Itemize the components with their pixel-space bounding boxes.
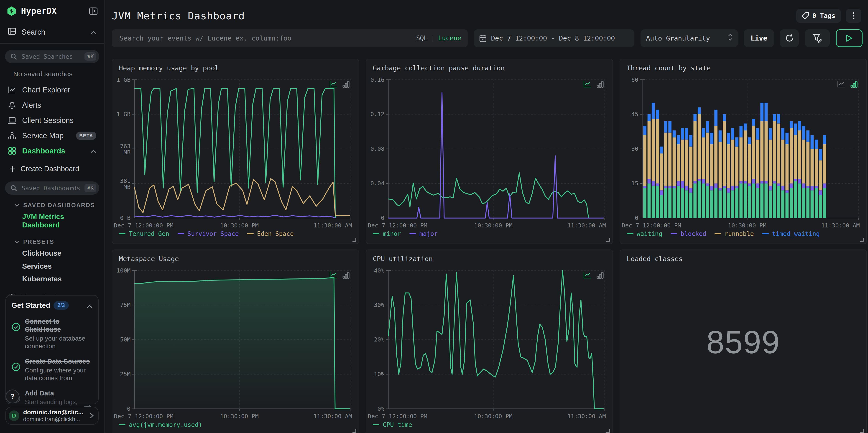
metaspace-chart[interactable]: 100M75M50M25M0Dec 7 12:00:00 PM10:30:00 … bbox=[112, 267, 359, 419]
svg-text:20%: 20% bbox=[374, 336, 384, 343]
search-icon bbox=[10, 53, 17, 60]
bar-chart-toggle-icon[interactable] bbox=[342, 80, 350, 88]
legend-item[interactable]: runnable bbox=[715, 230, 754, 237]
resize-handle[interactable] bbox=[860, 238, 864, 242]
cpu-chart[interactable]: 40%30%20%10%0%Dec 7 12:00:00 PM10:30:00 … bbox=[366, 267, 613, 419]
sql-toggle[interactable]: SQL bbox=[416, 34, 428, 42]
sidebar-item-dashboards[interactable]: Dashboards bbox=[0, 144, 104, 159]
sidebar-item-search[interactable]: Search bbox=[0, 23, 104, 44]
panel-menu-button[interactable] bbox=[846, 9, 861, 23]
svg-text:30: 30 bbox=[631, 145, 639, 152]
granularity-select[interactable]: Auto Granularity bbox=[641, 29, 738, 47]
get-started-card: Get Started 2/3 Connect to ClickHouse Se… bbox=[5, 295, 98, 404]
resize-handle[interactable] bbox=[607, 429, 610, 433]
legend-item[interactable]: blocked bbox=[671, 230, 706, 237]
create-dashboard-button[interactable]: Create Dashboard bbox=[0, 159, 104, 175]
line-chart-toggle-icon[interactable] bbox=[583, 80, 591, 88]
svg-text:Dec 7 12:00:00 PM: Dec 7 12:00:00 PM bbox=[368, 222, 427, 228]
get-started-step-2[interactable]: Create Data Sources Configure where your… bbox=[11, 358, 93, 382]
legend-item[interactable]: minor bbox=[373, 230, 401, 237]
svg-text:Dec 7 12:00:00 PM: Dec 7 12:00:00 PM bbox=[114, 222, 173, 228]
line-chart-toggle-icon[interactable] bbox=[837, 80, 845, 88]
svg-text:Dec 7 12:00:00 PM: Dec 7 12:00:00 PM bbox=[114, 413, 173, 419]
legend-item[interactable]: Survivor Space bbox=[178, 230, 239, 237]
granularity-value: Auto Granularity bbox=[646, 34, 710, 42]
search-section-icon bbox=[8, 27, 16, 37]
chevron-up-icon[interactable] bbox=[90, 28, 97, 36]
bar-chart-toggle-icon[interactable] bbox=[596, 80, 604, 88]
check-circle-icon bbox=[11, 358, 21, 382]
panel-cpu: CPU utilization 40%30%20%10%0%Dec 7 12:0… bbox=[366, 249, 613, 433]
chevron-up-icon[interactable] bbox=[87, 301, 93, 311]
bell-icon bbox=[8, 101, 17, 109]
play-button[interactable] bbox=[836, 29, 863, 47]
get-started-step-1[interactable]: Connect to ClickHouse Set up your databa… bbox=[11, 317, 93, 350]
bar-chart-toggle-icon[interactable] bbox=[850, 80, 858, 88]
resize-handle[interactable] bbox=[352, 429, 356, 433]
live-button[interactable]: Live bbox=[744, 29, 774, 47]
panel-metaspace: Metaspace Usage 100M75M50M25M0Dec 7 12:0… bbox=[112, 249, 359, 433]
resize-handle[interactable] bbox=[860, 429, 864, 433]
date-range-picker[interactable]: Dec 7 12:00:00 - Dec 8 12:00:00 bbox=[474, 29, 634, 47]
date-range-value: Dec 7 12:00:00 - Dec 8 12:00:00 bbox=[491, 34, 615, 42]
svg-text:1 GB: 1 GB bbox=[117, 111, 130, 118]
sidebar-item-client-sessions[interactable]: Client Sessions bbox=[0, 113, 104, 128]
sidebar-item-jvm-dashboard[interactable]: JVM Metrics Dashboard bbox=[0, 210, 104, 231]
gc-pause-chart[interactable]: 0.160.120.080.040Dec 7 12:00:00 PM10:30:… bbox=[366, 76, 613, 228]
chevron-right-icon bbox=[90, 411, 94, 421]
sidebar-item-alerts[interactable]: Alerts bbox=[0, 97, 104, 113]
legend-item[interactable]: avg(jvm.memory.used) bbox=[119, 421, 202, 428]
sidebar-collapse-icon[interactable] bbox=[89, 7, 97, 15]
help-button[interactable]: ? bbox=[5, 390, 19, 403]
saved-dashboards-field[interactable] bbox=[21, 184, 81, 192]
legend-item[interactable]: waiting bbox=[627, 230, 662, 237]
legend-swatch bbox=[119, 233, 125, 234]
legend-swatch bbox=[671, 233, 677, 234]
legend-item[interactable]: major bbox=[409, 230, 438, 237]
resize-handle[interactable] bbox=[607, 238, 610, 242]
svg-text:11:30:00 AM: 11:30:00 AM bbox=[567, 413, 606, 419]
help-label: ? bbox=[10, 392, 14, 401]
search-icon bbox=[10, 185, 17, 191]
saved-dashboards-input[interactable]: ⌘K bbox=[5, 181, 99, 195]
heap-memory-chart[interactable]: 1 GB1 GB763MB381MB0 BDec 7 12:00:00 PM10… bbox=[112, 76, 359, 228]
refresh-button[interactable] bbox=[780, 29, 799, 47]
svg-text:45: 45 bbox=[631, 111, 639, 118]
panel-title: Metaspace Usage bbox=[119, 255, 179, 263]
legend-item[interactable]: Tenured Gen bbox=[119, 230, 169, 237]
sidebar-item-chart-explorer[interactable]: Chart Explorer bbox=[0, 82, 104, 97]
bar-chart-toggle-icon[interactable] bbox=[342, 271, 350, 279]
bar-chart-toggle-icon[interactable] bbox=[596, 271, 604, 279]
tags-label: 0 Tags bbox=[812, 12, 835, 20]
event-search-input[interactable] bbox=[118, 34, 412, 42]
legend-item[interactable]: Eden Space bbox=[247, 230, 294, 237]
sidebar-item-kubernetes[interactable]: Kubernetes bbox=[0, 273, 104, 285]
sidebar-item-services[interactable]: Services bbox=[0, 260, 104, 273]
nav-label: Client Sessions bbox=[22, 116, 73, 125]
sidebar-item-clickhouse[interactable]: ClickHouse bbox=[0, 247, 104, 259]
legend-swatch bbox=[373, 424, 379, 425]
event-search-box[interactable]: SQL | Lucene bbox=[112, 29, 468, 47]
svg-text:11:30:00 AM: 11:30:00 AM bbox=[314, 413, 352, 419]
thread-count-chart[interactable]: 604530150Dec 7 12:00:00 PM10:30:00 PM11:… bbox=[620, 76, 866, 228]
line-chart-toggle-icon[interactable] bbox=[329, 271, 337, 279]
svg-text:0: 0 bbox=[127, 405, 130, 412]
saved-searches-field[interactable] bbox=[21, 52, 81, 61]
section-saved-dashboards[interactable]: SAVED DASHBOARDS bbox=[14, 202, 104, 209]
progress-badge: 2/3 bbox=[54, 301, 68, 310]
lucene-toggle[interactable]: Lucene bbox=[438, 34, 461, 42]
section-presets[interactable]: PRESETS bbox=[14, 239, 104, 245]
line-chart-toggle-icon[interactable] bbox=[329, 80, 337, 88]
line-chart-toggle-icon[interactable] bbox=[583, 271, 591, 279]
legend-item[interactable]: CPU time bbox=[373, 421, 412, 428]
user-menu[interactable]: D dominic.tran@clic... dominic.tran@clic… bbox=[5, 407, 98, 425]
user-email: dominic.tran@clickh... bbox=[23, 416, 86, 423]
chevron-up-icon[interactable] bbox=[90, 147, 97, 155]
legend-item[interactable]: timed_waiting bbox=[762, 230, 820, 237]
svg-text:11:30:00 AM: 11:30:00 AM bbox=[567, 222, 606, 228]
sidebar-item-service-map[interactable]: Service Map BETA bbox=[0, 128, 104, 143]
resize-handle[interactable] bbox=[352, 238, 356, 242]
saved-searches-input[interactable]: ⌘K bbox=[5, 50, 99, 63]
filter-edit-button[interactable] bbox=[805, 29, 830, 47]
tags-button[interactable]: 0 Tags bbox=[796, 9, 841, 23]
